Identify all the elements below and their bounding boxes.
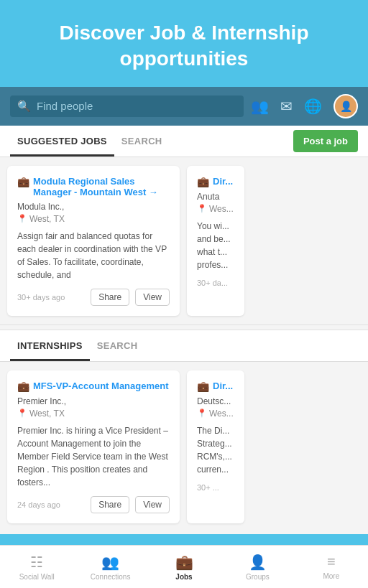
tab-internships-search[interactable]: SEARCH [90, 330, 145, 361]
internship-title-1: 💼 MFS-VP-Account Management [17, 381, 170, 392]
nav-social-wall[interactable]: ☷ Social Wall [0, 548, 73, 587]
groups-nav-icon: 👤 [249, 554, 267, 571]
internship-time-2: 30+ ... [197, 483, 234, 492]
globe-icon[interactable]: 🌐 [304, 98, 322, 115]
internship-location-2: 📍 Wes... [197, 409, 234, 419]
search-magnifier-icon: 🔍 [17, 100, 31, 113]
internship-card-2-partial: 💼 Dir... Deutsc... 📍 Wes... The Di... St… [187, 370, 244, 523]
search-bar: 🔍 👥 ✉ 🌐 👤 [0, 87, 368, 126]
job-desc-2: You wi... and be... what t... profes... [197, 220, 234, 271]
search-input-wrap[interactable]: 🔍 [10, 95, 244, 117]
job-footer-1: 30+ days ago Share View [17, 289, 170, 306]
avatar[interactable]: 👤 [334, 94, 358, 118]
internship-title-2: 💼 Dir... [197, 381, 234, 392]
nav-more[interactable]: ≡ More [295, 548, 368, 586]
tab-suggested-jobs[interactable]: SUGGESTED JOBS [10, 126, 114, 157]
nav-label-connections: Connections [91, 573, 131, 581]
post-job-button[interactable]: Post a job [293, 130, 358, 152]
grid-icon: ☷ [30, 554, 43, 571]
internship-company-2: Deutsc... [197, 396, 234, 406]
nav-groups[interactable]: 👤 Groups [221, 548, 294, 587]
share-button-i1[interactable]: Share [91, 496, 129, 513]
nav-label-groups: Groups [246, 573, 270, 581]
people-nav-icon: 👥 [101, 554, 119, 571]
internship-card-1: 💼 MFS-VP-Account Management Premier Inc.… [7, 370, 180, 523]
job-desc-1: Assign fair and balanced quotas for each… [17, 230, 170, 281]
bottom-nav: ☷ Social Wall 👥 Connections 💼 Jobs 👤 Gro… [0, 545, 368, 588]
location-pin-icon-2: 📍 [197, 204, 207, 213]
view-button-1[interactable]: View [135, 289, 170, 306]
internship-company-1: Premier Inc., [17, 396, 170, 406]
main-content: SUGGESTED JOBS SEARCH Post a job 💼 Modul… [0, 126, 368, 534]
section-divider [0, 325, 368, 330]
job-card-1: 💼 Modula Regional Sales Manager - Mounta… [7, 166, 180, 316]
search-icons: 👥 ✉ 🌐 👤 [251, 94, 358, 118]
mail-icon[interactable]: ✉ [280, 98, 293, 115]
job-time-1: 30+ days ago [17, 293, 85, 302]
view-button-i1[interactable]: View [135, 496, 170, 513]
internship-desc-2: The Di... Strateg... RCM's,... curren... [197, 424, 234, 476]
search-input[interactable] [37, 100, 236, 112]
briefcase-icon-2: 💼 [197, 176, 209, 187]
job-location-2: 📍 Wes... [197, 204, 234, 214]
job-title-1: 💼 Modula Regional Sales Manager - Mounta… [17, 176, 170, 197]
job-location-1: 📍 West, TX [17, 214, 170, 224]
tab-jobs-search[interactable]: SEARCH [114, 126, 170, 157]
location-pin-icon-i1: 📍 [17, 409, 27, 418]
internship-footer-2: 30+ ... [197, 483, 234, 492]
jobs-tabs: SUGGESTED JOBS SEARCH Post a job [0, 126, 368, 157]
location-pin-icon-1: 📍 [17, 214, 27, 223]
nav-label-social-wall: Social Wall [19, 573, 55, 581]
location-pin-icon-i2: 📍 [197, 409, 207, 418]
share-button-1[interactable]: Share [91, 289, 129, 306]
jobs-cards-container: 💼 Modula Regional Sales Manager - Mounta… [0, 157, 368, 325]
internship-location-1: 📍 West, TX [17, 409, 170, 419]
job-time-2: 30+ da... [197, 279, 234, 287]
more-nav-icon: ≡ [327, 554, 336, 570]
briefcase-icon-1: 💼 [17, 176, 29, 187]
briefcase-icon-i1: 💼 [17, 381, 29, 392]
hero-section: Discover Job & Internship opportunities [0, 0, 368, 87]
job-footer-2: 30+ da... [197, 279, 234, 287]
nav-jobs[interactable]: 💼 Jobs [147, 548, 221, 587]
briefcase-icon-i2: 💼 [197, 381, 209, 392]
nav-label-more: More [323, 572, 339, 580]
internship-footer-1: 24 days ago Share View [17, 496, 170, 513]
internships-cards-container: 💼 MFS-VP-Account Management Premier Inc.… [0, 362, 368, 532]
nav-connections[interactable]: 👥 Connections [73, 548, 147, 587]
hero-title: Discover Job & Internship opportunities [22, 20, 346, 73]
job-card-2-partial: 💼 Dir... Anuta 📍 Wes... You wi... and be… [187, 166, 244, 316]
internship-desc-1: Premier Inc. is hiring a Vice President … [17, 424, 170, 489]
job-title-2: 💼 Dir... [197, 176, 234, 187]
job-company-2: Anuta [197, 192, 234, 202]
briefcase-nav-icon: 💼 [175, 554, 193, 571]
internship-time-1: 24 days ago [17, 500, 85, 509]
nav-label-jobs: Jobs [175, 573, 192, 581]
internships-tabs: INTERNSHIPS SEARCH [0, 330, 368, 362]
people-icon[interactable]: 👥 [251, 98, 269, 115]
tab-internships[interactable]: INTERNSHIPS [10, 330, 90, 361]
job-company-1: Modula Inc., [17, 202, 170, 212]
